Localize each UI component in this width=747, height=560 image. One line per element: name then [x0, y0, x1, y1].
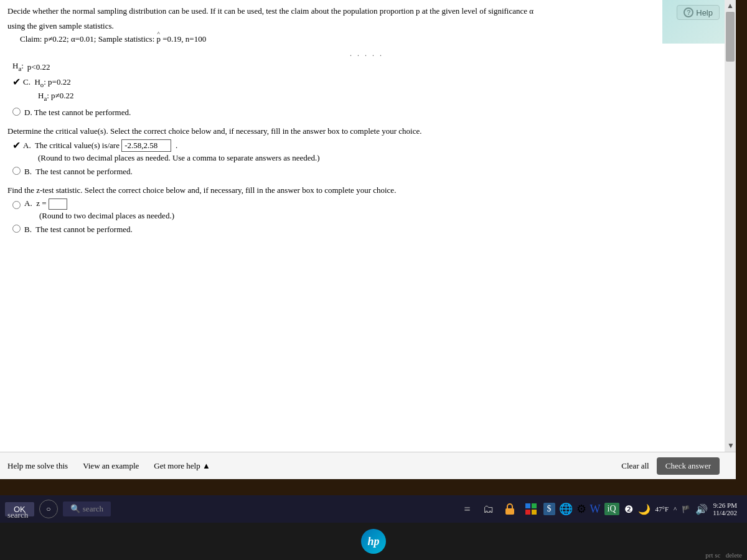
- ztest-note: (Round to two decimal places as needed.): [39, 211, 174, 221]
- caret-icon[interactable]: ^: [674, 505, 677, 513]
- grid-icon: [525, 503, 537, 515]
- taskbar-icon-1[interactable]: ≡: [459, 500, 476, 518]
- right-scrollbar[interactable]: ▲ ▼: [725, 0, 736, 452]
- tray-temperature: 47°F: [655, 505, 669, 513]
- time: 9:26 PM: [713, 502, 737, 509]
- option-d-text: D. The test cannot be performed.: [24, 106, 131, 119]
- lock-icon: [503, 502, 517, 516]
- hp-logo: hp: [361, 529, 386, 554]
- right-actions-group: Clear all Check answer: [621, 457, 720, 475]
- header-line2: using the given sample statistics.: [7, 20, 726, 32]
- content-body: Decide whether the normal sampling distr…: [0, 0, 736, 243]
- ztest-a-content: A. z = (Round to two decimal places as n…: [24, 198, 174, 221]
- ztest-option-b[interactable]: B. The test cannot be performed.: [7, 223, 726, 236]
- ha-text: p<0.22: [27, 61, 50, 73]
- search-icon: 🔍: [70, 504, 80, 514]
- ztest-option-a[interactable]: A. z = (Round to two decimal places as n…: [7, 198, 726, 221]
- hypothesis-option-d[interactable]: D. The test cannot be performed.: [7, 106, 726, 119]
- decorative-accent: [662, 0, 725, 44]
- critical-note: (Round to two decimal places as needed. …: [38, 153, 320, 163]
- svg-rect-1: [525, 503, 530, 508]
- taskbar-icon-3[interactable]: [501, 500, 519, 518]
- critical-value-box[interactable]: -2.58,2.58: [121, 139, 171, 152]
- main-content-area: ? Help Decide whether the normal samplin…: [0, 0, 736, 479]
- taskbar-word-icon[interactable]: W: [590, 503, 601, 516]
- taskbar: OK ○ 🔍 search ≡ 🗂 $ 🌐 ⚙ W iQ ❷: [0, 495, 747, 523]
- tray-speaker[interactable]: 🔊: [695, 503, 708, 515]
- svg-rect-3: [525, 510, 530, 515]
- help-me-solve-button[interactable]: Help me solve this: [7, 461, 68, 471]
- header-claim: Claim: p≠0.22; α=0.01; Sample statistics…: [20, 34, 726, 44]
- prt-sc-label: prt sc: [705, 551, 720, 559]
- get-more-help-button[interactable]: Get more help ▲: [154, 461, 210, 471]
- scrollbar-thumb[interactable]: [726, 12, 735, 62]
- hypothesis-option-c[interactable]: ✔ C. Ho: p=0.22 Ha: p≠0.22: [7, 76, 726, 105]
- taskbar-search-label: search: [7, 510, 28, 520]
- windows-button[interactable]: ○: [39, 500, 58, 518]
- ztest-b-text: B. The test cannot be performed.: [24, 223, 133, 236]
- search-bar[interactable]: 🔍 search: [63, 502, 111, 516]
- taskbar-settings-icon[interactable]: ⚙: [576, 502, 586, 516]
- z-value-input[interactable]: [49, 198, 67, 210]
- tray-flag: 🏴: [682, 505, 690, 513]
- hp-area: hp: [0, 523, 747, 560]
- divider-dots: . . . . .: [7, 49, 726, 58]
- tray-moon: 🌙: [638, 503, 651, 515]
- critical-checkmark-icon: ✔: [12, 139, 21, 151]
- taskbar-icon-grid[interactable]: [522, 500, 540, 518]
- checkmark-icon: ✔: [12, 76, 21, 88]
- critical-option-b-radio[interactable]: [12, 167, 21, 175]
- option-d-radio[interactable]: [12, 108, 21, 116]
- search-placeholder-text: search: [83, 504, 103, 514]
- critical-option-b[interactable]: B. The test cannot be performed.: [7, 166, 726, 178]
- taskbar-dollar-icon[interactable]: $: [543, 503, 555, 515]
- bottom-action-row: Help me solve this View an example Get m…: [0, 452, 736, 479]
- taskbar-icons: ≡ 🗂 $ 🌐 ⚙ W iQ: [459, 500, 619, 518]
- check-answer-button[interactable]: Check answer: [657, 457, 720, 475]
- date: 11/4/202: [713, 509, 737, 516]
- option-c-content: C. Ho: p=0.22 Ha: p≠0.22: [23, 76, 73, 105]
- svg-rect-4: [532, 510, 537, 515]
- scroll-down-arrow[interactable]: ▼: [727, 441, 735, 450]
- corner-labels: prt sc delete: [700, 550, 747, 560]
- header-line1: Decide whether the normal sampling distr…: [7, 5, 726, 17]
- hypothesis-option-ha: Ha: p<0.22: [7, 61, 726, 73]
- clear-all-button[interactable]: Clear all: [621, 461, 649, 471]
- delete-label: delete: [726, 551, 742, 559]
- scroll-up-arrow[interactable]: ▲: [725, 1, 736, 11]
- critical-section-label: Determine the critical value(s). Select …: [7, 125, 726, 138]
- taskbar-browser-icon[interactable]: 🌐: [559, 502, 573, 516]
- critical-a-content: A. The critical value(s) is/are -2.58,2.…: [23, 139, 320, 163]
- critical-option-a[interactable]: ✔ A. The critical value(s) is/are -2.58,…: [7, 139, 726, 163]
- svg-rect-2: [532, 503, 537, 508]
- ztest-option-b-radio[interactable]: [12, 225, 21, 233]
- time-display: 9:26 PM 11/4/202: [713, 502, 737, 516]
- view-example-button[interactable]: View an example: [83, 461, 139, 471]
- svg-rect-0: [505, 508, 514, 515]
- taskbar-icon-2[interactable]: 🗂: [480, 500, 497, 518]
- tray-question: ❷: [624, 503, 633, 515]
- system-tray: ❷ 🌙 47°F ^ 🏴 🔊 9:26 PM 11/4/202: [624, 502, 742, 516]
- taskbar-iq-icon[interactable]: iQ: [604, 503, 619, 515]
- ztest-section-label: Find the z-test statistic. Select the co…: [7, 184, 726, 197]
- critical-b-text: B. The test cannot be performed.: [24, 166, 133, 178]
- ztest-option-a-radio[interactable]: [12, 201, 21, 209]
